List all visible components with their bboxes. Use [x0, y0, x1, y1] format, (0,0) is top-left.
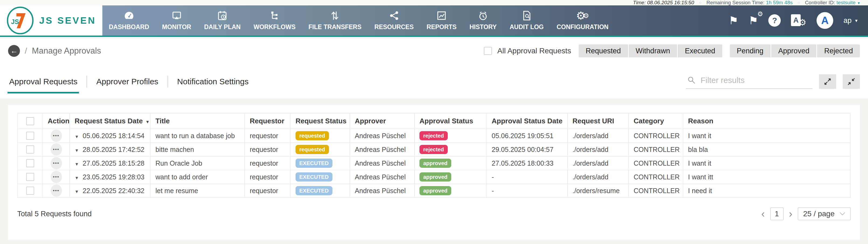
- row-actions-button[interactable]: •••: [51, 171, 62, 183]
- history-icon: [478, 10, 488, 21]
- tab-notification-settings[interactable]: Notification Settings: [176, 77, 250, 86]
- column-header-requestor[interactable]: Requestor: [245, 113, 291, 129]
- flag-settings-icon[interactable]: ⚑⚙: [749, 15, 758, 26]
- table-toolbar: [686, 74, 860, 89]
- column-header-action[interactable]: Action: [43, 113, 70, 129]
- nav-item-dashboard[interactable]: DASHBOARD: [102, 5, 156, 35]
- reason-cell: I need it: [683, 184, 850, 198]
- column-header-approval-status[interactable]: Approval Status: [414, 113, 487, 129]
- brand-name: JS SEVEN: [39, 15, 96, 26]
- all-approval-requests-checkbox[interactable]: [484, 47, 492, 55]
- filter-button-withdrawn[interactable]: Withdrawn: [629, 44, 677, 57]
- row-checkbox[interactable]: [26, 159, 34, 167]
- header-actions: ⚑ ⚑⚙ ? A ⚙ A ap ▼: [729, 5, 868, 35]
- table-row: •••▼28.05.2025 17:42:52bitte machenreque…: [18, 143, 850, 156]
- nav-item-label: RESOURCES: [374, 24, 414, 31]
- nav-item-daily-plan[interactable]: DAILY PLAN: [198, 5, 247, 35]
- approval-status-badge: approved: [420, 159, 451, 168]
- column-header-request-status[interactable]: Request Status: [291, 113, 350, 129]
- request-uri-cell: ./orders/add: [568, 156, 629, 170]
- current-page-button[interactable]: 1: [770, 207, 784, 220]
- expand-row-icon[interactable]: ▼: [74, 176, 79, 180]
- nav-item-label: DASHBOARD: [109, 24, 149, 31]
- category-cell: CONTROLLER: [629, 170, 683, 184]
- approval-status-date-cell: -: [487, 184, 568, 198]
- request-status-date-cell: ▼28.05.2025 17:42:52: [70, 143, 151, 156]
- all-approval-requests-label[interactable]: All Approval Requests: [497, 47, 571, 55]
- user-name: ap: [843, 17, 851, 25]
- collapse-all-button[interactable]: [843, 74, 860, 89]
- nav-item-label: WORKFLOWS: [253, 24, 296, 31]
- user-menu[interactable]: ap ▼: [843, 17, 858, 25]
- approval-status-cell: approved: [414, 170, 487, 184]
- column-header-title[interactable]: Title: [151, 113, 245, 129]
- row-actions-button[interactable]: •••: [51, 184, 62, 197]
- column-header-category[interactable]: Category: [629, 113, 683, 129]
- flag-icon[interactable]: ⚑: [729, 15, 738, 26]
- row-checkbox[interactable]: [26, 187, 34, 195]
- row-checkbox[interactable]: [26, 173, 34, 181]
- table-row: •••▼05.06.2025 18:14:54want to run a dat…: [18, 129, 850, 143]
- nav-item-label: REPORTS: [427, 24, 457, 31]
- nav-item-file-transfers[interactable]: FILE TRANSFERS: [302, 5, 368, 35]
- request-status-badge: EXECUTED: [296, 159, 333, 168]
- row-actions-button[interactable]: •••: [51, 157, 62, 170]
- row-checkbox[interactable]: [26, 146, 34, 153]
- nav-item-resources[interactable]: RESOURCES: [368, 5, 420, 35]
- user-avatar[interactable]: A: [816, 12, 833, 29]
- js7-logo[interactable]: JS JS SEVEN: [0, 5, 102, 35]
- table-row: •••▼27.05.2025 18:15:28Run Oracle Jobreq…: [18, 156, 850, 170]
- filter-button-pending[interactable]: Pending: [730, 44, 771, 57]
- title-cell: Run Oracle Job: [151, 156, 245, 170]
- expand-row-icon[interactable]: ▼: [74, 134, 79, 139]
- filter-button-approved[interactable]: Approved: [771, 44, 816, 57]
- filter-button-rejected[interactable]: Rejected: [817, 44, 860, 57]
- column-header-approver[interactable]: Approver: [350, 113, 414, 129]
- column-header-request-status-date[interactable]: Request Status Date▼: [70, 113, 151, 129]
- nav-item-history[interactable]: HISTORY: [463, 5, 503, 35]
- dashboard-icon: [124, 10, 134, 21]
- row-actions-button[interactable]: •••: [51, 143, 62, 156]
- next-page-button[interactable]: ›: [789, 209, 793, 219]
- filter-button-executed[interactable]: Executed: [678, 44, 722, 57]
- row-checkbox[interactable]: [26, 132, 34, 140]
- expand-all-button[interactable]: [819, 74, 836, 89]
- help-icon[interactable]: ?: [768, 14, 781, 27]
- reason-cell: I want it: [683, 129, 850, 143]
- column-header-approval-status-date[interactable]: Approval Status Date: [487, 113, 568, 129]
- approval-status-cell: approved: [414, 184, 487, 198]
- approval-requests-card: ActionRequest Status Date▼TitleRequestor…: [8, 105, 860, 240]
- select-all-checkbox[interactable]: [26, 117, 34, 125]
- column-header-request-uri[interactable]: Request URI: [568, 113, 629, 129]
- expand-row-icon[interactable]: ▼: [74, 148, 79, 153]
- tab-approver-profiles[interactable]: Approver Profiles: [95, 77, 159, 86]
- controller-id-dropdown[interactable]: Controller ID: testsuite ▼: [805, 0, 861, 6]
- page-size-select[interactable]: 25 / page: [798, 207, 851, 220]
- filter-results-input[interactable]: [700, 75, 811, 85]
- expand-row-icon[interactable]: ▼: [74, 189, 79, 194]
- gear-icon: ⚙: [757, 11, 763, 17]
- title-cell: let me resume: [151, 184, 245, 198]
- nav-item-reports[interactable]: REPORTS: [420, 5, 463, 35]
- request-status-cell: requested: [291, 143, 350, 156]
- reports-icon: [437, 10, 446, 21]
- tab-approval-requests[interactable]: Approval Requests: [8, 77, 79, 86]
- column-header-reason[interactable]: Reason: [683, 113, 850, 129]
- category-cell: CONTROLLER: [629, 184, 683, 198]
- request-status-badge: EXECUTED: [296, 172, 333, 182]
- request-status-badge: EXECUTED: [296, 186, 333, 195]
- filter-button-requested[interactable]: Requested: [579, 44, 628, 57]
- language-icon[interactable]: A ⚙: [791, 14, 806, 27]
- back-button[interactable]: ←: [8, 45, 20, 57]
- expand-row-icon[interactable]: ▼: [74, 162, 79, 166]
- nav-item-monitor[interactable]: MONITOR: [156, 5, 198, 35]
- nav-item-workflows[interactable]: WORKFLOWS: [247, 5, 302, 35]
- previous-page-button[interactable]: ‹: [761, 209, 765, 219]
- nav-item-audit-log[interactable]: AUDIT LOG: [503, 5, 550, 35]
- row-actions-button[interactable]: •••: [51, 129, 62, 142]
- tab-separator: [87, 76, 87, 88]
- reason-cell: I want itt: [683, 170, 850, 184]
- page-header: ← / Manage Approvals All Approval Reques…: [0, 37, 868, 65]
- nav-item-configuration[interactable]: ⚙⚙CONFIGURATION: [550, 5, 615, 35]
- approval-status-badge: approved: [420, 172, 451, 182]
